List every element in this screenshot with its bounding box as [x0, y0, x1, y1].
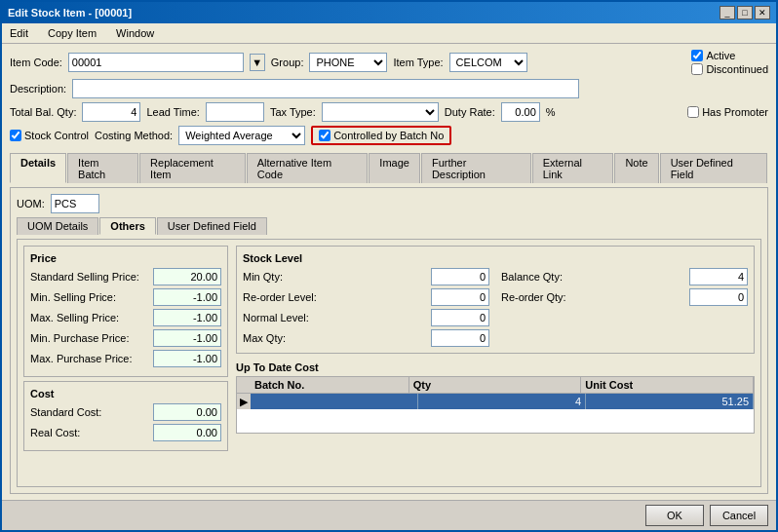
tab-note[interactable]: Note: [614, 153, 658, 183]
stock-right-label-1: Re-order Qty:: [501, 291, 566, 303]
item-code-dropdown-button[interactable]: ▼: [250, 54, 265, 71]
cost-input-1[interactable]: [153, 424, 221, 441]
main-content: Item Code: ▼ Group: PHONE Item Type: CEL…: [2, 44, 776, 500]
minimize-button[interactable]: _: [720, 6, 735, 19]
description-label: Description:: [10, 83, 66, 95]
cell-unit-cost: 51.25: [586, 394, 754, 409]
sub-tab-others[interactable]: Others: [99, 217, 155, 235]
close-button[interactable]: ✕: [755, 6, 770, 19]
active-label: Active: [706, 50, 735, 61]
menu-copy-item[interactable]: Copy Item: [44, 25, 100, 41]
price-field-3: Min. Purchase Price:: [30, 329, 221, 347]
stock-right-field-1: Re-order Qty:: [501, 288, 748, 306]
stock-control-checkbox[interactable]: [10, 130, 21, 141]
sub-tab-uom-details[interactable]: UOM Details: [17, 217, 98, 235]
tab-user-defined-field[interactable]: User Defined Field: [660, 153, 767, 183]
discontinued-checkbox[interactable]: [691, 63, 703, 75]
price-field-0: Standard Selling Price:: [30, 268, 221, 285]
controlled-batch-checkbox[interactable]: [319, 130, 331, 141]
item-code-input[interactable]: [68, 53, 244, 72]
lead-time-input[interactable]: [206, 102, 264, 122]
stock-left-input-1[interactable]: [431, 288, 489, 306]
table-row[interactable]: ▶ 4 51.25: [237, 394, 754, 409]
price-input-0[interactable]: [153, 268, 221, 285]
ok-button[interactable]: OK: [645, 505, 704, 526]
group-label: Group:: [271, 57, 304, 68]
has-promoter-label: Has Promoter: [702, 106, 768, 118]
up-to-date-cost-section: Up To Date Cost Batch No. Qty Unit Cost …: [236, 361, 755, 434]
total-bal-qty-input[interactable]: [82, 102, 140, 122]
costing-method-select[interactable]: Weighted Average: [178, 126, 305, 145]
price-section: Price Standard Selling Price: Min. Selli…: [23, 246, 228, 377]
tab-image[interactable]: Image: [369, 153, 420, 183]
costing-method-label: Costing Method:: [95, 130, 173, 141]
menu-bar: Edit Copy Item Window: [2, 23, 776, 44]
description-row: Description:: [10, 79, 768, 98]
total-bal-qty-label: Total Bal. Qty:: [10, 106, 76, 118]
stock-right-input-0[interactable]: [689, 268, 748, 285]
active-checkbox-row: Active: [691, 50, 768, 61]
cancel-button[interactable]: Cancel: [710, 505, 768, 526]
bottom-bar: OK Cancel: [2, 500, 776, 530]
stock-left-field-0: Min Qty:: [243, 268, 489, 285]
item-code-label: Item Code:: [10, 57, 62, 68]
tab-further-description[interactable]: Further Description: [421, 153, 531, 183]
stock-left-input-0[interactable]: [431, 268, 489, 285]
price-input-4[interactable]: [153, 350, 221, 367]
stock-control-label: Stock Control: [24, 130, 89, 141]
item-type-select[interactable]: CELCOM: [449, 53, 527, 72]
table-header: Batch No. Qty Unit Cost: [237, 377, 754, 394]
stock-level-section: Stock Level Min Qty: Balance Qty:: [236, 246, 755, 354]
stock-right-label-0: Balance Qty:: [501, 271, 563, 283]
tab-alternative-item-code[interactable]: Alternative Item Code: [247, 153, 369, 183]
duty-rate-input[interactable]: [501, 102, 540, 122]
sub-tabs: UOM Details Others User Defined Field: [17, 217, 761, 235]
sub-tab-user-defined[interactable]: User Defined Field: [157, 217, 267, 235]
stock-left-input-3[interactable]: [431, 329, 489, 347]
uom-row: UOM:: [17, 194, 761, 213]
uom-input[interactable]: [51, 194, 99, 213]
tab-external-link[interactable]: External Link: [532, 153, 614, 183]
table-row-data: 4 51.25: [251, 394, 754, 409]
maximize-button[interactable]: □: [737, 6, 753, 19]
price-input-2[interactable]: [153, 309, 221, 326]
group-select[interactable]: PHONE: [309, 53, 387, 72]
tab-item-batch[interactable]: Item Batch: [67, 153, 138, 183]
price-input-3[interactable]: [153, 329, 221, 347]
duty-rate-unit: %: [546, 106, 556, 118]
price-title: Price: [30, 252, 221, 264]
tab-replacement-item[interactable]: Replacement Item: [139, 153, 246, 183]
right-panel: Stock Level Min Qty: Balance Qty:: [236, 246, 755, 480]
controlled-batch-box: Controlled by Batch No: [311, 126, 451, 145]
tax-type-label: Tax Type:: [270, 106, 316, 118]
price-input-1[interactable]: [153, 288, 221, 306]
col-qty: Qty: [409, 377, 582, 393]
price-label-0: Standard Selling Price:: [30, 271, 139, 283]
description-input[interactable]: [72, 79, 579, 98]
price-label-3: Min. Purchase Price:: [30, 332, 129, 344]
has-promoter-row: Has Promoter: [687, 106, 768, 118]
main-window: Edit Stock Item - [00001] _ □ ✕ Edit Cop…: [0, 0, 778, 532]
price-field-2: Max. Selling Price:: [30, 309, 221, 326]
stock-left-input-2[interactable]: [431, 309, 489, 326]
active-checkbox[interactable]: [691, 50, 703, 61]
price-label-4: Max. Purchase Price:: [30, 353, 133, 364]
cell-qty: 4: [418, 394, 586, 409]
col-batch-no: Batch No.: [237, 377, 409, 393]
cost-input-0[interactable]: [153, 403, 221, 421]
duty-rate-label: Duty Rate:: [445, 106, 495, 118]
has-promoter-checkbox[interactable]: [687, 106, 699, 118]
window-title: Edit Stock Item - [00001]: [8, 7, 132, 19]
cell-batch-no: [251, 394, 418, 409]
cost-section: Cost Standard Cost: Real Cost:: [23, 381, 228, 451]
menu-edit[interactable]: Edit: [6, 25, 32, 41]
main-tabs: Details Item Batch Replacement Item Alte…: [10, 153, 768, 183]
stock-left-label-2: Normal Level:: [243, 312, 309, 323]
tax-type-select[interactable]: [322, 102, 439, 122]
cost-field-1: Real Cost:: [30, 424, 221, 441]
item-code-row: Item Code: ▼ Group: PHONE Item Type: CEL…: [10, 50, 768, 75]
stock-right-input-1[interactable]: [689, 288, 748, 306]
menu-window[interactable]: Window: [112, 25, 158, 41]
stock-left-field-3: Max Qty:: [243, 329, 489, 347]
tab-details[interactable]: Details: [10, 153, 66, 183]
